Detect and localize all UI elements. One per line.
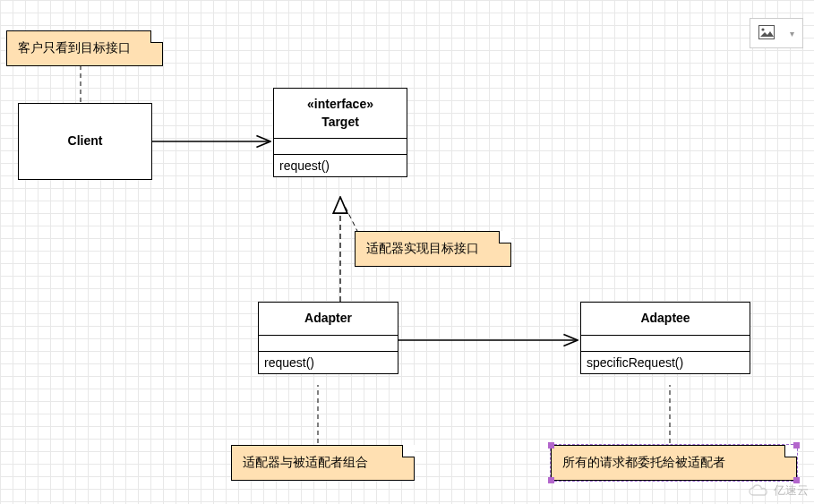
watermark-text: 亿速云 <box>774 483 809 499</box>
note-client-sees-target[interactable]: 客户只看到目标接口 <box>6 30 163 66</box>
note-fold-icon <box>499 231 511 243</box>
attributes-compartment <box>274 139 407 155</box>
class-name: Adapter <box>304 311 352 325</box>
stereotype-label: «interface» <box>279 96 401 114</box>
class-adapter[interactable]: Adapter request() <box>258 302 398 374</box>
chevron-down-icon: ▾ <box>790 29 794 38</box>
svg-point-1 <box>761 28 764 30</box>
note-text: 所有的请求都委托给被适配者 <box>562 455 725 469</box>
anchor-adapter-impl-note <box>344 204 358 233</box>
note-adaptee-delegate[interactable]: 所有的请求都委托给被适配者 <box>551 445 797 481</box>
selection-handle[interactable] <box>548 442 554 448</box>
note-text: 适配器实现目标接口 <box>366 241 479 255</box>
operation: request() <box>279 158 330 173</box>
svg-rect-0 <box>758 25 774 38</box>
attributes-compartment <box>259 336 398 352</box>
note-fold-icon <box>150 30 163 43</box>
class-client[interactable]: Client <box>18 103 152 180</box>
class-name: Target <box>279 114 401 132</box>
note-adapter-implements-target[interactable]: 适配器实现目标接口 <box>355 231 511 267</box>
note-text: 适配器与被适配者组合 <box>243 455 368 469</box>
selection-handle[interactable] <box>548 477 554 483</box>
note-fold-icon <box>402 445 415 457</box>
attributes-compartment <box>581 336 750 352</box>
class-adaptee[interactable]: Adaptee specificRequest() <box>580 302 750 374</box>
cloud-icon <box>747 483 770 498</box>
operation: specificRequest() <box>587 355 683 370</box>
operation: request() <box>264 355 314 370</box>
class-name: Adaptee <box>640 311 690 325</box>
image-icon <box>758 25 775 42</box>
note-text: 客户只看到目标接口 <box>18 40 131 55</box>
image-tool-dropdown[interactable]: ▾ <box>750 18 803 48</box>
selection-handle[interactable] <box>793 442 800 448</box>
watermark: 亿速云 <box>747 483 809 499</box>
interface-target[interactable]: «interface» Target request() <box>273 88 407 177</box>
class-name: Client <box>68 133 103 148</box>
diagram-canvas: 客户只看到目标接口 适配器实现目标接口 适配器与被适配者组合 所有的请求都委托给… <box>0 0 814 504</box>
note-adapter-compose-adaptee[interactable]: 适配器与被适配者组合 <box>231 445 415 481</box>
